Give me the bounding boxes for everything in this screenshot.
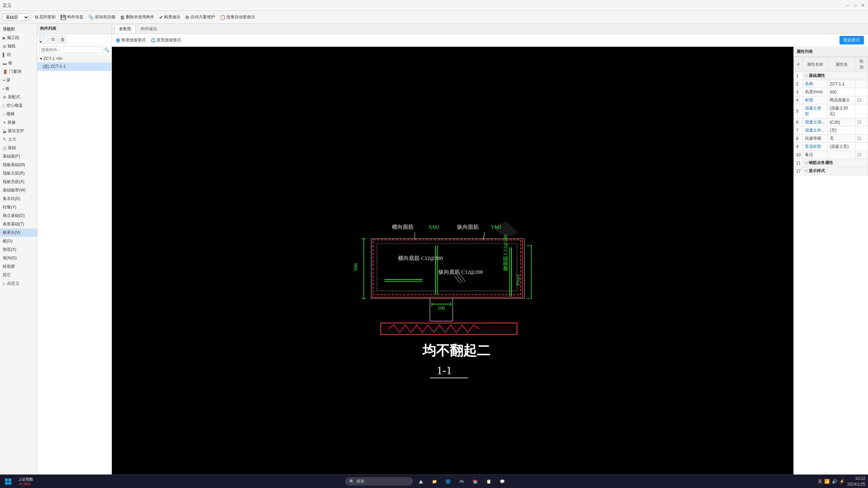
sidebar-item-label: 砖胎膜 <box>3 264 15 269</box>
prop-row-name[interactable]: 混凝土强... <box>803 118 828 126</box>
taskbar-search[interactable]: 🔍 搜索 <box>345 477 413 486</box>
maximize-button[interactable]: □ <box>853 3 858 8</box>
prop-row-value[interactable]: (混凝土泵) <box>828 143 855 151</box>
search-icon[interactable]: 🔍 <box>104 47 110 53</box>
date: 2024/1/25 <box>847 482 865 487</box>
search-box: 🔍 <box>37 45 112 55</box>
prop-row-name[interactable]: 混凝土外... <box>803 126 828 135</box>
svg-text:侧面筋 C12@200: 侧面筋 C12@200 <box>503 235 508 271</box>
prop-row-value[interactable]: 商品混凝土 <box>828 96 855 104</box>
sidebar-item-foundation-strip[interactable]: 基础板带(W) <box>0 186 37 195</box>
new-component-button[interactable]: 📄▾ <box>39 35 47 43</box>
sidebar-item-strip-foundation[interactable]: 条形基础(T) <box>0 220 37 228</box>
radio-circle-width <box>151 38 155 42</box>
sidebar-item-door-window[interactable]: 🚪 门窗洞 <box>0 67 37 76</box>
beam-icon: ━ <box>3 78 5 83</box>
delete-unused-button[interactable]: 🗑 删除未使用构件 <box>118 13 156 21</box>
radio-angle-mode[interactable]: 角度放坡形式 <box>116 37 146 43</box>
copy-component-button[interactable]: ⧉ <box>49 35 57 43</box>
taskbar-right: 英 📶 🔊 ⚡ 10:22 2024/1/25 <box>818 476 865 487</box>
sidebar-item-label: 基础板带(W) <box>3 187 25 193</box>
prop-row-name[interactable]: 抗渗等级 <box>803 135 828 143</box>
prop-row-value[interactable]: 无 <box>828 135 855 143</box>
sidebar-item-pile[interactable]: 桩(U) <box>0 237 37 245</box>
save-component-button[interactable]: 💾 构件存盘 <box>58 13 85 21</box>
sidebar-item-assembly[interactable]: ⚙ 装配式 <box>0 93 37 101</box>
sidebar-item-raft-main[interactable]: 筏板主筋(R) <box>0 169 37 178</box>
sidebar-item-cushion[interactable]: 垫层(X) <box>0 245 37 254</box>
radio-width-mode[interactable]: 庑宽放坡形式 <box>151 37 181 43</box>
sidebar-item-custom[interactable]: ▷ 自定义 <box>0 279 37 288</box>
taskbar-app-folder[interactable]: 📁 <box>429 476 440 487</box>
sidebar-item-process[interactable]: ▶ 施工段 <box>0 34 37 42</box>
tab-method[interactable]: 构件做法 <box>136 24 161 33</box>
prop-row-name[interactable]: 混凝土类型 <box>803 104 828 118</box>
prop-row-name[interactable]: 名称 <box>803 80 828 88</box>
sidebar-item-label: 其它 <box>3 272 11 278</box>
prop-row-value[interactable]: (C30) <box>828 118 855 126</box>
taskbar-app-unknown1[interactable]: 🎮 <box>456 476 467 487</box>
canvas-area[interactable]: 500 100 10%d <box>112 47 793 474</box>
prop-section-name: □ 钢筋业务属性 <box>803 159 868 167</box>
copy-layer-button[interactable]: ⧉ 层间复制 <box>33 13 58 21</box>
sidebar-item-column[interactable]: ▌ 柱 <box>0 50 37 59</box>
minimize-button[interactable]: ─ <box>846 3 850 8</box>
prop-row-value[interactable]: ZCT-1-1 <box>828 80 855 88</box>
config-rebar-button[interactable]: 配筋形式 <box>840 36 864 44</box>
sidebar-item-raft-foundation[interactable]: 筏板基础(M) <box>0 161 37 169</box>
prop-row-value[interactable]: (无) <box>828 126 855 135</box>
new-component-icon: 📄▾ <box>40 34 47 44</box>
sidebar-header: 导航栏 <box>0 25 37 34</box>
prop-row-value[interactable]: 500 <box>828 88 855 96</box>
prop-row-extra <box>855 126 868 135</box>
layer-selector[interactable]: 基础层 <box>2 14 29 21</box>
sidebar-item-hollow-floor[interactable]: □ 空心楼盖 <box>0 101 37 110</box>
prop-row-name[interactable]: 备注 <box>803 151 828 159</box>
sidebar-item-slab[interactable]: ▪ 板 <box>0 84 37 93</box>
sidebar-item-foundation-support[interactable]: ⬓ 基坑支护 <box>0 127 37 135</box>
search-input[interactable] <box>39 46 103 53</box>
taskbar-app-edge[interactable]: 🌐 <box>443 476 454 487</box>
sidebar-item-brick-mold[interactable]: 砖胎膜 <box>0 262 37 271</box>
component-group-header[interactable]: ▾ ZCT-1 <0> <box>37 55 112 62</box>
tab-params[interactable]: 参数图 <box>115 24 136 34</box>
sidebar-item-pile-cap[interactable]: 桩承台(V) <box>0 228 37 237</box>
sidebar-item-wall[interactable]: ▬ 墙 <box>0 59 37 67</box>
sidebar-item-label: 集水坑(K) <box>3 196 20 202</box>
close-button[interactable]: ✕ <box>861 3 865 8</box>
prop-row-name[interactable]: 材质 <box>803 96 828 104</box>
sidebar-item-other[interactable]: 其它 <box>0 271 37 279</box>
sidebar-item-isolated-foundation[interactable]: 独立基础(D) <box>0 211 37 220</box>
windows-start-button[interactable] <box>3 476 14 487</box>
stock-widget: 上证指数 +0.95% <box>16 476 35 487</box>
sidebar-item-raft-neg[interactable]: 筏板负筋(X) <box>0 178 37 186</box>
sidebar-item-foundation-beam[interactable]: 基础梁(F) <box>0 152 37 161</box>
title-text: 定义 <box>3 2 12 8</box>
prop-row-value[interactable]: (混凝土20石) <box>828 104 855 118</box>
sidebar-item-stairs[interactable]: ⌂ 楼梯 <box>0 110 37 118</box>
prop-row-name[interactable]: 泵送砼型 <box>803 143 828 151</box>
taskbar-app-wechat[interactable]: 💬 <box>497 476 508 487</box>
sidebar-item-foundation[interactable]: ◫ 基础 <box>0 144 37 152</box>
check-method-button[interactable]: ✔ 检查做法 <box>157 13 182 21</box>
col-value: 属性值 <box>828 57 855 72</box>
component-item-zct-1-1[interactable]: (庑) ZCT-1-1 <box>37 62 112 71</box>
properties-table: # 属性名称 属性值 附加 1 □ 基础属性2 名称 ZCT-1-1 3 高度(… <box>794 57 868 175</box>
sidebar-item-decoration[interactable]: ✦ 装修 <box>0 118 37 127</box>
prop-row-name[interactable]: 高度(mm) <box>803 88 828 96</box>
sidebar-item-axis[interactable]: ⊞ 轴线 <box>0 42 37 50</box>
prop-row-value[interactable] <box>828 151 855 159</box>
delete-component-button[interactable]: 🗑 <box>58 35 66 43</box>
add-suffix-button[interactable]: 📎 添加前后缀 <box>86 13 117 21</box>
sidebar-item-trench[interactable]: 地沟(G) <box>0 254 37 262</box>
sidebar-item-beam[interactable]: ━ 梁 <box>0 76 37 84</box>
sidebar-item-column-pier[interactable]: 柱墩(Y) <box>0 203 37 211</box>
sidebar-item-earthwork[interactable]: ⛏ 土方 <box>0 135 37 144</box>
auto-scheme-button[interactable]: ⚙ 自动方案维护 <box>183 13 217 21</box>
sidebar-item-sump[interactable]: 集水坑(K) <box>0 195 37 203</box>
taskbar-app-unknown2[interactable]: 📚 <box>470 476 481 487</box>
taskbar-app-mountain[interactable]: 🏔️ <box>416 476 427 487</box>
right-panel: 参数图 构件做法 角度放坡形式 庑宽放坡形式 配筋形式 <box>112 24 868 474</box>
batch-method-button[interactable]: 📋 批量自动套做法 <box>218 13 257 21</box>
taskbar-app-unknown3[interactable]: 📋 <box>484 476 494 487</box>
